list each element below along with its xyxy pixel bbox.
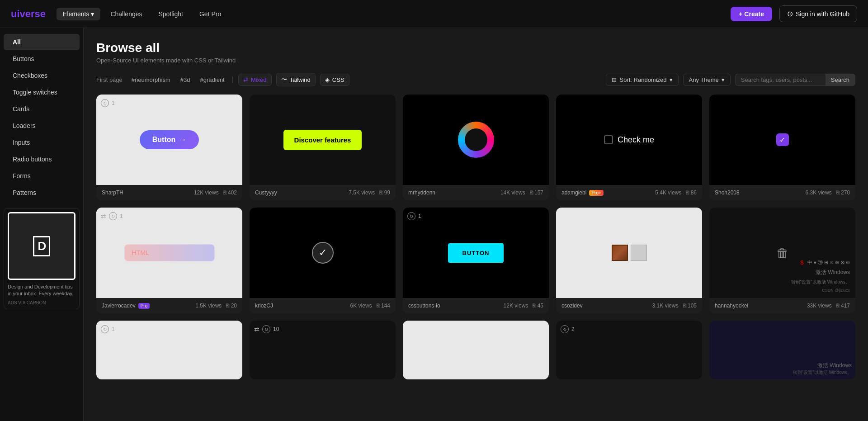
sidebar-item-checkboxes[interactable]: Checkboxes [4, 67, 80, 84]
card-preview[interactable]: ⇄ ↻ 10 [250, 321, 396, 379]
bottom-card-4: ↻ 2 [556, 321, 702, 379]
card-author: SharpTH [102, 189, 123, 196]
card-preview[interactable]: ↻ 1 BUTTON </> Get code [403, 208, 549, 298]
search-input[interactable] [735, 74, 826, 86]
search-bar: Search [735, 74, 855, 86]
chevron-down-icon: ▾ [670, 76, 673, 83]
sidebar-item-all[interactable]: All [4, 34, 80, 50]
tag-3d[interactable]: #3d [178, 75, 193, 85]
card-stats: 12K views ⎘ 45 [504, 303, 543, 309]
get-code-button[interactable]: </> Get code [451, 246, 501, 260]
card-sharph: ↻ 1 Button → </> Get code SharpTH 12K vi [96, 95, 242, 200]
sidebar-item-forms[interactable]: Forms [4, 168, 80, 184]
card-footer: Shoh2008 6.3K views ⎘ 270 [709, 185, 855, 200]
card-preview[interactable]: Discover features </> Get code [250, 95, 396, 185]
sidebar-item-toggle-switches[interactable]: Toggle switches [4, 84, 80, 100]
card-footer: krlozCJ 6K views ⎘ 144 [250, 298, 396, 313]
mode-tailwind[interactable]: 〜 Tailwind [276, 73, 316, 86]
card-hannahyockel: S 中 ♦ ⓜ ⊞ ⊙ ⊗ ⊠ ⊛ 激活 Windows 转到"设置"以激活 W… [709, 208, 855, 313]
views-count: 14K views [500, 189, 525, 196]
sidebar-item-radio-buttons[interactable]: Radio buttons [4, 151, 80, 167]
card-preview[interactable]: 激活 Windows 转到"设置"以激活 Windows。 [709, 321, 855, 379]
card-preview[interactable]: ⇄ ↻ 1 </> Get code [96, 208, 242, 298]
sidebar-item-buttons[interactable]: Buttons [4, 51, 80, 67]
copies-count: ⎘ 45 [533, 303, 543, 309]
card-preview[interactable]: ↻ 1 Button → </> Get code [96, 95, 242, 185]
code-icon: </> [612, 137, 620, 143]
get-code-button[interactable]: </> Get code [145, 133, 194, 147]
mode-css[interactable]: ◈ CSS [320, 74, 349, 86]
search-button[interactable]: Search [826, 74, 855, 86]
tag-neumorphism[interactable]: #neumorphism [129, 75, 173, 85]
css-icon: ◈ [325, 76, 330, 83]
sidebar-item-loaders[interactable]: Loaders [4, 118, 80, 134]
signin-button[interactable]: ⊙ Sign in with GitHub [779, 5, 857, 22]
card-preview[interactable]: ✓ </> Get code [250, 208, 396, 298]
nav-elements[interactable]: Elements ▾ [57, 8, 100, 20]
card-custyyyy: Discover features </> Get code Custyyyy … [250, 95, 396, 200]
views-count: 1.5K views [195, 303, 222, 309]
counter-icon: ↻ [101, 325, 109, 333]
card-preview[interactable]: ✓ </> Get code [709, 95, 855, 185]
create-button[interactable]: + Create [731, 7, 772, 21]
card-grid-row2: ↻ 1 ⇄ ↻ 10 [96, 321, 855, 379]
logo-accent: ui [11, 8, 20, 19]
get-code-button[interactable]: </> Get code [604, 246, 654, 260]
page-title: Browse all [96, 41, 855, 55]
sidebar-item-inputs[interactable]: Inputs [4, 134, 80, 151]
card-author: hannahyockel [715, 303, 748, 309]
card-author: csozidev [561, 303, 583, 309]
nav-getpro[interactable]: Get Pro [193, 8, 227, 20]
get-code-button[interactable]: </> Get code [298, 133, 348, 147]
card-preview[interactable]: Check me </> Get code [556, 95, 702, 185]
card-preview[interactable]: </> Get code [403, 95, 549, 185]
card-footer: SharpTH 12K views ⎘ 402 [96, 185, 242, 200]
card-mrhyddenn: </> Get code mrhyddenn 14K views ⎘ 157 [403, 95, 549, 200]
get-code-button[interactable]: </> Get code [451, 133, 501, 147]
card-stats: 6K views ⎘ 144 [350, 303, 390, 309]
mixed-icon: ⇄ [243, 76, 248, 83]
card-stats: 7.5K views ⎘ 99 [349, 189, 390, 196]
code-icon: </> [458, 250, 467, 256]
get-code-button[interactable]: </> Get code [758, 246, 807, 260]
get-code-button[interactable]: </> Get code [604, 133, 654, 147]
views-count: 33K views [807, 303, 832, 309]
logo-suffix: verse [20, 8, 46, 19]
card-adamgiebl: Check me </> Get code adamgiebl Pro+ 5.4… [556, 95, 702, 200]
tag-gradient[interactable]: #gradient [198, 75, 227, 85]
get-code-button[interactable]: </> Get code [298, 246, 348, 260]
counter-icon: ↻ [262, 325, 270, 333]
card-preview[interactable]: ↻ 1 [96, 321, 242, 379]
card-stats: 12K views ⎘ 402 [194, 189, 237, 196]
nav-challenges[interactable]: Challenges [104, 8, 148, 20]
pro-badge: Pro [138, 303, 150, 309]
pro-badge: Pro+ [589, 190, 603, 196]
card-footer: Custyyyy 7.5K views ⎘ 99 [250, 185, 396, 200]
sort-button[interactable]: ⊟ Sort: Randomized ▾ [606, 74, 678, 86]
card-preview[interactable]: </> Get code [556, 208, 702, 298]
refresh-icon: ⇄ [254, 326, 259, 333]
card-preview[interactable]: ↻ 2 [556, 321, 702, 379]
bottom-card-1: ↻ 1 [96, 321, 242, 379]
sidebar-item-patterns[interactable]: Patterns [4, 184, 80, 201]
nav-spotlight[interactable]: Spotlight [152, 8, 189, 20]
sidebar-ad: D Design and Development tips in your in… [4, 208, 80, 309]
card-preview[interactable]: S 中 ♦ ⓜ ⊞ ⊙ ⊗ ⊠ ⊛ 激活 Windows 转到"设置"以激活 W… [709, 208, 855, 298]
card-preview[interactable] [403, 321, 549, 379]
chevron-down-icon: ▾ [91, 10, 94, 18]
filter-bar: First page #neumorphism #3d #gradient | … [96, 73, 855, 86]
sidebar-item-cards[interactable]: Cards [4, 101, 80, 117]
mode-mixed[interactable]: ⇄ Mixed [238, 74, 272, 86]
activate-windows-small: 激活 Windows [817, 362, 852, 369]
card-grid: ↻ 1 Button → </> Get code SharpTH 12K vi [96, 95, 855, 313]
code-icon: </> [458, 137, 467, 143]
code-icon: </> [305, 137, 314, 143]
counter-icon: ↻ [561, 325, 569, 333]
copies-count: ⎘ 417 [836, 303, 850, 309]
navbar: uiverse Elements ▾ Challenges Spotlight … [0, 0, 868, 28]
get-code-button[interactable]: </> Get code [145, 246, 194, 260]
get-code-button[interactable]: </> Get code [758, 133, 807, 147]
code-icon: </> [152, 137, 160, 143]
theme-button[interactable]: Any Theme ▾ [683, 74, 731, 86]
logo[interactable]: uiverse [11, 8, 46, 20]
